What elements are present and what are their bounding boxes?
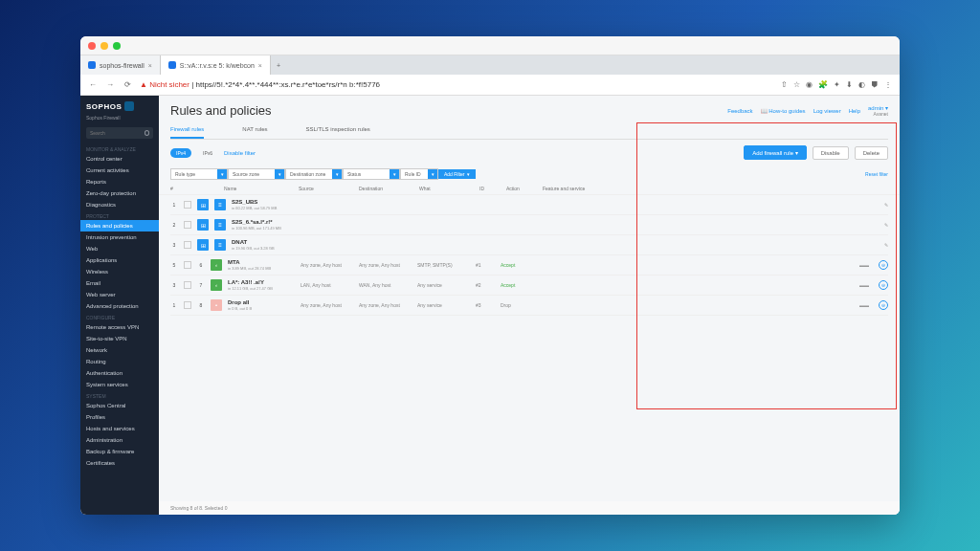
main-panel: Rules and policies Feedback 📖 How-to gui… [159, 96, 900, 515]
sidebar-item-zero-day[interactable]: Zero-day protection [80, 187, 159, 199]
extension-icon[interactable]: ✦ [834, 80, 840, 89]
chevron-down-icon: ▾ [390, 169, 399, 179]
forward-icon[interactable]: → [105, 80, 115, 90]
tab-nat-rules[interactable]: NAT rules [242, 121, 267, 139]
howto-link[interactable]: 📖 How-to guides [761, 107, 806, 114]
toggle-icon[interactable]: ⊝ [879, 260, 888, 270]
filter-rule-type[interactable]: Rule type▾ [170, 168, 228, 180]
sidebar-item-remote-vpn[interactable]: Remote access VPN [80, 321, 159, 333]
shield-icon[interactable]: ⛊ [871, 80, 879, 89]
row-checkbox[interactable] [184, 241, 191, 249]
sidebar-item-adv-protection[interactable]: Advanced protection [80, 300, 159, 312]
download-icon[interactable]: ⬇ [846, 80, 853, 89]
rule-name: S2S_UBSin 60.22 MB, out 58.79 MB [232, 199, 299, 210]
ipv6-chip[interactable]: IPv6 [197, 148, 218, 158]
sidebar-item-wireless[interactable]: Wireless [80, 266, 159, 277]
sidebar-item-control-center[interactable]: Control center [80, 153, 159, 165]
user-menu[interactable]: admin ▾ [868, 104, 888, 111]
expand-icon[interactable]: ⊞ [197, 199, 209, 210]
sidebar-item-reports[interactable]: Reports [80, 176, 159, 187]
logviewer-link[interactable]: Log viewer [813, 108, 841, 114]
row-checkbox[interactable] [184, 301, 191, 309]
add-filter-button[interactable]: Add Filter ▾ [438, 169, 476, 179]
browser-tab[interactable]: S::vA::r.v.s:e 5: k/webcon× [161, 55, 271, 75]
row-checkbox[interactable] [184, 221, 191, 229]
toggle-icon[interactable]: ⊝ [879, 300, 888, 310]
table-row[interactable]: 3 ⊞ ≡ DNATin 19.96 GB, out 3.28 GB ✎ [170, 235, 888, 255]
search-icon [145, 130, 149, 136]
delete-button[interactable]: Delete [855, 146, 888, 160]
row-checkbox[interactable] [184, 201, 191, 209]
disable-button[interactable]: Disable [813, 146, 849, 160]
col-what: What [419, 186, 472, 191]
filter-source-zone[interactable]: Source zone▾ [228, 168, 285, 180]
expand-icon[interactable]: ⊞ [197, 219, 209, 231]
reset-filter-link[interactable]: Reset filter [865, 171, 888, 177]
help-link[interactable]: Help [849, 108, 860, 114]
url-field[interactable]: ▲ Nicht sicher | https//5!.*2*4*.4**.*44… [140, 80, 773, 89]
toggle-icon[interactable]: ⊝ [879, 280, 888, 290]
minimize-window-icon[interactable] [100, 42, 108, 50]
sidebar-item-email[interactable]: Email [80, 277, 159, 289]
sidebar-item-authentication[interactable]: Authentication [80, 367, 159, 379]
profile-icon[interactable]: ◐ [858, 80, 865, 89]
feedback-link[interactable]: Feedback [727, 108, 752, 114]
table-row[interactable]: 3 7 ‹ LA*: A3!! .a!Yin 12.11 GB, out 27.… [170, 276, 888, 296]
edit-icon[interactable]: ✎ [884, 222, 888, 228]
sidebar-item-routing[interactable]: Routing [80, 356, 159, 367]
sidebar-item-diagnostics[interactable]: Diagnostics [80, 199, 159, 210]
sidebar-item-web[interactable]: Web [80, 243, 159, 254]
row-checkbox[interactable] [184, 261, 191, 269]
table-row[interactable]: 1 8 • Drop allin 0 B, out 0 B Any zone, … [170, 296, 888, 316]
close-tab-icon[interactable]: × [148, 62, 152, 69]
expand-icon[interactable]: ⊞ [197, 239, 209, 251]
rule-source: Any zone, Any host [301, 262, 353, 268]
back-icon[interactable]: ← [88, 80, 98, 90]
close-window-icon[interactable] [88, 42, 96, 50]
col-source: Source [299, 186, 351, 191]
sidebar-item-sophos-central[interactable]: Sophos Central [80, 400, 159, 411]
close-tab-icon[interactable]: × [258, 62, 262, 69]
maximize-window-icon[interactable] [113, 42, 121, 50]
sidebar-item-profiles[interactable]: Profiles [80, 411, 159, 423]
tab-firewall-rules[interactable]: Firewall rules [170, 121, 204, 139]
sidebar: SOPHOS Sophos Firewall MONITOR & ANALYZE… [80, 96, 159, 515]
sidebar-item-intrusion[interactable]: Intrusion prevention [80, 231, 159, 243]
sidebar-item-hosts-services[interactable]: Hosts and services [80, 423, 159, 434]
sidebar-item-system-services[interactable]: System services [80, 379, 159, 390]
sidebar-item-rules-policies[interactable]: Rules and policies [80, 220, 159, 231]
star-icon[interactable]: ☆ [793, 80, 800, 89]
filter-status[interactable]: Status▾ [343, 168, 400, 180]
sidebar-item-backup-firmware[interactable]: Backup & firmware [80, 446, 159, 457]
ipv4-chip[interactable]: IPv4 [170, 148, 191, 158]
tab-ssl-tls[interactable]: SSL/TLS inspection rules [305, 121, 369, 139]
sidebar-item-network[interactable]: Network [80, 344, 159, 356]
extension-icon[interactable]: ◉ [806, 80, 813, 89]
add-firewall-rule-button[interactable]: Add firewall rule ▾ [744, 145, 806, 160]
sidebar-item-current-activities[interactable]: Current activities [80, 165, 159, 176]
disable-filter-link[interactable]: Disable filter [224, 150, 256, 156]
browser-tab[interactable]: sophos-firewall× [80, 55, 161, 75]
table-row[interactable]: 2 ⊞ ≡ S2S_6.*sa.l*.r!*in 100.96 MB, out … [170, 215, 888, 235]
new-tab-button[interactable]: + [271, 62, 286, 69]
reload-icon[interactable]: ⟳ [122, 80, 132, 90]
main-header: Rules and policies Feedback 📖 How-to gui… [159, 96, 900, 121]
edit-icon[interactable]: ✎ [884, 202, 888, 208]
filter-dest-zone[interactable]: Destination zone▾ [285, 168, 343, 180]
sidebar-item-certificates[interactable]: Certificates [80, 457, 159, 469]
sidebar-item-site-vpn[interactable]: Site-to-site VPN [80, 333, 159, 344]
sidebar-item-applications[interactable]: Applications [80, 254, 159, 266]
sidebar-search[interactable] [86, 127, 153, 139]
search-input[interactable] [90, 130, 142, 136]
menu-icon[interactable]: ⋮ [884, 80, 892, 89]
sidebar-item-web-server[interactable]: Web server [80, 289, 159, 300]
col-destination: Destination [359, 186, 412, 191]
share-icon[interactable]: ⇧ [781, 80, 788, 89]
row-checkbox[interactable] [184, 281, 191, 289]
table-row[interactable]: 1 ⊞ ≡ S2S_UBSin 60.22 MB, out 58.79 MB ✎ [170, 195, 888, 215]
extension-icon[interactable]: 🧩 [818, 80, 828, 89]
filter-rule-id[interactable]: Rule ID▾ [400, 168, 438, 180]
sidebar-item-administration[interactable]: Administration [80, 434, 159, 446]
table-row[interactable]: 5 6 ‹ MTAin 3.89 MB, out 28.74 MB Any zo… [170, 255, 888, 276]
edit-icon[interactable]: ✎ [884, 242, 888, 248]
